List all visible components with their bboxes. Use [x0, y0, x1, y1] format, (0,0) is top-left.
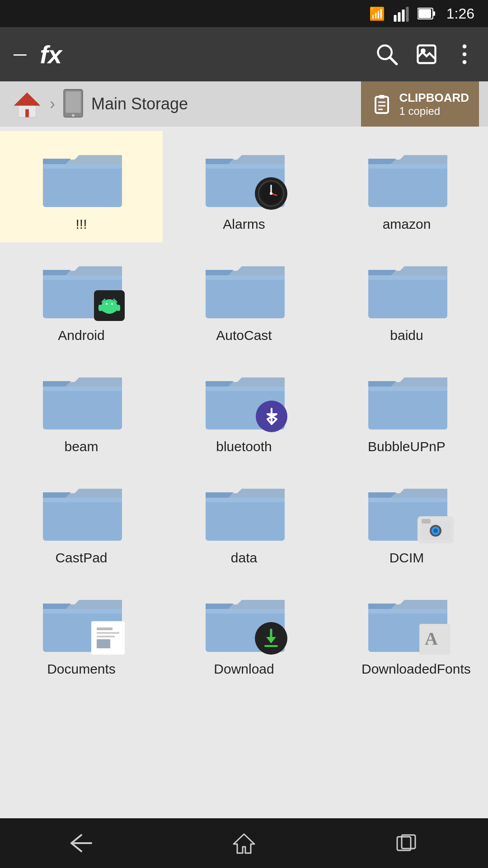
back-button[interactable] [54, 825, 108, 861]
folder-icon-wrap [199, 139, 289, 212]
folder-icon-wrap [361, 473, 452, 545]
svg-rect-64 [422, 519, 431, 524]
folder-label: amazon [383, 216, 431, 232]
folder-icon-wrap [361, 139, 452, 212]
more-options-icon[interactable] [455, 42, 474, 66]
clipboard-icon [371, 93, 393, 115]
folder-item[interactable]: !!! [0, 131, 163, 242]
folder-label: CastPad [55, 550, 107, 566]
svg-rect-40 [101, 305, 117, 312]
svg-rect-0 [394, 15, 396, 22]
svg-rect-50 [368, 275, 447, 280]
folder-item[interactable]: amazon [325, 131, 488, 242]
svg-rect-34 [368, 164, 447, 207]
folder-label: bluetooth [216, 439, 272, 455]
svg-rect-69 [43, 609, 122, 613]
svg-point-10 [422, 49, 425, 52]
svg-rect-59 [206, 498, 285, 541]
battery-icon [418, 7, 436, 20]
hamburger-icon[interactable]: ─ [14, 44, 26, 65]
folder-item[interactable]: Alarms [163, 131, 325, 242]
folder-item[interactable]: DCIM [325, 465, 488, 576]
folder-item[interactable]: A DownloadedFonts [325, 576, 488, 687]
storage-icon [60, 88, 87, 120]
clipboard-label: CLIPBOARD [399, 91, 469, 105]
folder-item[interactable]: BubbleUPnP [325, 354, 488, 465]
svg-rect-47 [206, 275, 285, 318]
folder-item[interactable]: Android [0, 242, 163, 354]
folder-icon-wrap [36, 139, 127, 212]
svg-rect-21 [379, 95, 385, 99]
folder-label: Download [214, 661, 274, 677]
folder-item[interactable]: AutoCast [163, 242, 325, 354]
folder-icon-wrap: A [361, 584, 452, 656]
folder-item[interactable]: beam [0, 354, 163, 465]
file-grid: !!! Alarms amazon [0, 127, 488, 692]
svg-point-41 [106, 303, 108, 305]
svg-point-12 [463, 52, 467, 57]
svg-rect-37 [43, 275, 122, 280]
folder-label: baidu [390, 327, 423, 344]
folder-icon-wrap [36, 473, 127, 545]
svg-rect-60 [206, 498, 285, 502]
breadcrumb: › Main Storage CLIPBOARD 1 copied [0, 81, 488, 127]
svg-rect-51 [43, 387, 122, 429]
wifi-icon: 📶 [369, 6, 385, 21]
svg-rect-49 [368, 275, 447, 318]
folder-item[interactable]: bluetooth [163, 354, 325, 465]
svg-rect-35 [368, 164, 447, 169]
svg-rect-1 [398, 12, 400, 22]
svg-rect-55 [368, 387, 447, 429]
svg-rect-71 [97, 627, 113, 630]
folder-label: Documents [47, 661, 116, 677]
home-button[interactable] [217, 825, 271, 861]
svg-rect-18 [66, 91, 81, 113]
svg-rect-54 [206, 387, 285, 391]
recent-apps-button[interactable] [380, 825, 434, 861]
recent-apps-icon [395, 833, 418, 853]
svg-marker-87 [234, 834, 254, 853]
folder-label: data [231, 550, 257, 566]
svg-rect-25 [43, 164, 122, 207]
home-breadcrumb-icon[interactable] [9, 86, 45, 122]
folder-label: Android [58, 327, 104, 344]
folder-label: AutoCast [216, 327, 272, 344]
clipboard-count: 1 copied [399, 105, 469, 118]
svg-text:A: A [425, 628, 438, 649]
svg-rect-48 [206, 275, 285, 280]
svg-rect-74 [97, 639, 110, 648]
svg-rect-56 [368, 387, 447, 391]
svg-rect-52 [43, 387, 122, 391]
folder-item[interactable]: baidu [325, 242, 488, 354]
svg-rect-3 [406, 7, 408, 22]
svg-rect-20 [375, 97, 388, 113]
clipboard-badge[interactable]: CLIPBOARD 1 copied [361, 81, 479, 127]
folder-item[interactable]: CastPad [0, 465, 163, 576]
svg-point-13 [463, 60, 467, 64]
search-icon[interactable] [375, 42, 399, 66]
svg-rect-16 [25, 109, 29, 118]
svg-rect-76 [206, 609, 285, 613]
folder-icon-wrap [199, 473, 289, 545]
image-view-icon[interactable] [415, 42, 438, 66]
folder-item[interactable]: data [163, 465, 325, 576]
clipboard-text: CLIPBOARD 1 copied [399, 91, 469, 118]
svg-rect-73 [97, 636, 115, 637]
folder-item[interactable]: Download [163, 576, 325, 687]
folder-item[interactable]: Documents [0, 576, 163, 687]
folder-label: !!! [75, 216, 87, 232]
bottom-nav [0, 818, 488, 868]
svg-rect-62 [368, 498, 447, 502]
folder-icon-wrap [36, 250, 127, 323]
svg-rect-58 [43, 498, 122, 502]
folder-icon-wrap [199, 362, 289, 434]
svg-rect-28 [206, 164, 285, 169]
breadcrumb-title: Main Storage [91, 94, 361, 113]
svg-rect-45 [99, 305, 102, 311]
svg-rect-2 [402, 9, 404, 22]
svg-rect-5 [433, 11, 435, 16]
folder-label: DownloadedFonts [361, 661, 452, 677]
signal-icon [393, 5, 409, 22]
folder-label: beam [64, 439, 98, 455]
folder-icon-wrap [199, 250, 289, 323]
